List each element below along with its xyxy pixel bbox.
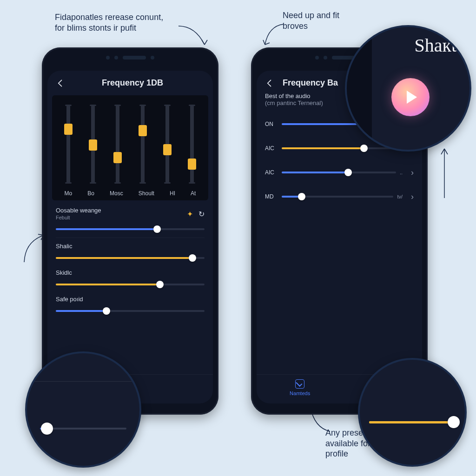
- eq-thumb[interactable]: [188, 159, 196, 170]
- annotation-top-right: Need up and fitbroves: [283, 10, 376, 31]
- row1-sublabel: Febult: [56, 215, 70, 220]
- slider-row1[interactable]: [56, 223, 205, 236]
- eq-label: Shoult: [139, 190, 154, 197]
- eq-panel: MoBoMoscShoultHIAt: [52, 95, 208, 200]
- eq-thumb[interactable]: [64, 124, 73, 135]
- play-icon: [407, 91, 417, 104]
- magnifier-top-right: Shaкt: [345, 25, 471, 152]
- eq-thumb[interactable]: [89, 139, 97, 151]
- refresh-icon[interactable]: ↻: [198, 210, 205, 218]
- eq-vslider-4[interactable]: [165, 105, 169, 184]
- annotation-top-left: Fidaponatles rerease conunt,for blims st…: [55, 12, 194, 33]
- row4-label: Safe poıid: [56, 296, 83, 303]
- eq-thumb[interactable]: [113, 152, 122, 163]
- page-title-a: Frequency 1DB: [60, 78, 205, 88]
- magnifier-bottom-left: [25, 351, 141, 468]
- chevron-right-icon[interactable]: ›: [411, 192, 414, 202]
- slider-row2[interactable]: [56, 251, 205, 264]
- spark-icon[interactable]: ✦: [187, 210, 193, 218]
- play-button[interactable]: [391, 78, 430, 116]
- annotation-arrow-right-up: [435, 144, 454, 200]
- eq-thumb[interactable]: [139, 125, 147, 136]
- setting-row-label: MD: [265, 193, 278, 200]
- setting-row-aic: AIC..›: [265, 166, 414, 179]
- eq-vslider-2[interactable]: [116, 105, 119, 184]
- eq-vslider-5[interactable]: [190, 105, 194, 184]
- row2-label: Shalic: [56, 243, 72, 250]
- phone-speaker: [106, 56, 154, 60]
- eq-label: Mo: [65, 190, 73, 197]
- nav-item-namteds[interactable]: Namteds: [290, 379, 310, 397]
- back-icon-b[interactable]: [265, 79, 274, 88]
- setting-row-label: AIC: [265, 169, 278, 176]
- eq-vslider-0[interactable]: [66, 105, 70, 184]
- nav-label-b1: Namteds: [290, 390, 310, 396]
- chevron-right-icon[interactable]: ›: [411, 168, 414, 178]
- setting-row-label: ON: [265, 121, 278, 127]
- magnified-slider-right[interactable]: [369, 416, 457, 429]
- eq-label: HI: [170, 190, 175, 197]
- eq-label: Mosc: [110, 190, 123, 197]
- annotation-arrow-top-right: [260, 21, 288, 49]
- setting-slider[interactable]: [282, 190, 393, 203]
- eq-vslider-3[interactable]: [141, 105, 145, 184]
- slider-row4[interactable]: [56, 304, 205, 317]
- eq-label: Bo: [87, 190, 94, 197]
- row3-label: Skidlc: [56, 269, 72, 276]
- setting-slider[interactable]: [282, 166, 396, 179]
- annotation-arrow-top-left: [177, 22, 214, 50]
- check-box-icon: [295, 379, 304, 389]
- eq-label: At: [191, 190, 196, 197]
- slider-row3[interactable]: [56, 278, 205, 291]
- brand-text: Shaкt: [414, 34, 456, 56]
- setting-row-label: AIC: [265, 145, 278, 152]
- row1-label: Oosable weange: [56, 207, 101, 214]
- eq-thumb[interactable]: [163, 144, 172, 155]
- setting-suffix: tv/: [397, 194, 403, 199]
- setting-row-md: MDtv/›: [265, 190, 414, 203]
- magnifier-bottom-right: [358, 358, 467, 467]
- eq-vslider-1[interactable]: [91, 105, 95, 184]
- setting-suffix: ..: [400, 170, 403, 175]
- magnified-slider-left[interactable]: [40, 422, 126, 435]
